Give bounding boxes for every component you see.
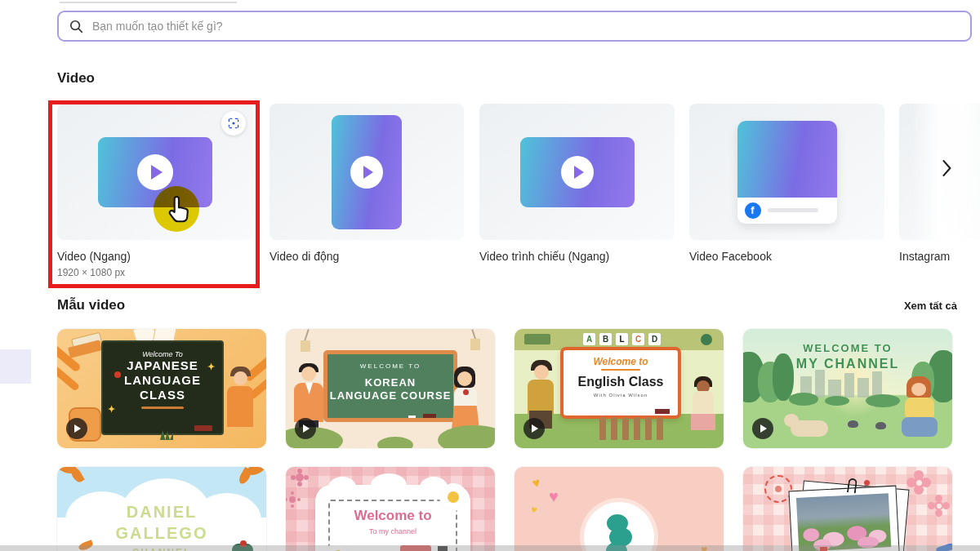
template-text: Welcome To: [142, 350, 183, 358]
see-all-link[interactable]: Xem tất cả: [904, 300, 957, 312]
student-body: [693, 391, 714, 415]
canva-create-panel: Bạn muốn tạo thiết kế gì? Video Video (N…: [0, 0, 980, 551]
bush: [377, 437, 413, 448]
template-text: JAPANESE: [127, 358, 198, 373]
search-icon: [69, 19, 84, 34]
template-text: DANIEL: [57, 503, 266, 522]
template-pink-welcome-channel[interactable]: Welcome to To my channel: [286, 467, 495, 551]
left-edge-artifact: [0, 349, 31, 384]
template-polaroid-flowers[interactable]: [743, 467, 952, 551]
template-text: MY CHANNEL: [743, 357, 952, 371]
play-icon: [137, 154, 173, 190]
carousel-next-button[interactable]: [942, 160, 952, 180]
play-icon: [561, 156, 594, 189]
girl-head: [457, 371, 472, 386]
template-pink-hearts-intro[interactable]: ♥ ♥ ♥ ♥: [514, 467, 724, 551]
teacher-head: [234, 371, 247, 385]
flower-photo: [796, 493, 891, 551]
girl-jeans: [902, 417, 938, 437]
play-icon: [752, 418, 773, 439]
teacher-body: [227, 386, 253, 427]
play-icon: [66, 418, 87, 439]
eraser: [423, 414, 436, 418]
play-icon: [295, 418, 316, 439]
template-text: Welcome to: [315, 508, 470, 524]
bush: [438, 425, 495, 448]
format-label: Video di động: [270, 250, 339, 263]
girl-bow: [463, 389, 469, 395]
flower: [296, 473, 304, 482]
template-text: LANGUAGE: [124, 373, 201, 388]
search-placeholder: Bạn muốn tạo thiết kế gì?: [92, 20, 223, 33]
format-label: Video trình chiếu (Ngang): [479, 250, 609, 263]
chevron-right-icon: [942, 160, 952, 176]
template-text: WELCOME TO: [360, 362, 421, 370]
heart-icon: ♥: [530, 504, 538, 515]
placeholder-text-line: [768, 208, 818, 212]
template-text: Welcome to: [593, 356, 648, 367]
heart-icon: ♥: [531, 476, 541, 491]
top-edge-artifact: [60, 2, 237, 3]
template-text: WELCOME TO: [743, 342, 952, 354]
whiteboard: Welcome to English Class With Olivia Wil…: [560, 347, 681, 419]
daisy-center: [448, 491, 459, 503]
play-icon: [350, 156, 383, 189]
side-board: [524, 334, 550, 344]
wreath: [701, 334, 712, 345]
template-text: CLASS: [140, 388, 185, 402]
format-card-video-trinh-chieu[interactable]: [479, 104, 675, 240]
video-section-title: Video: [57, 70, 95, 87]
student-skirt: [691, 414, 715, 430]
templates-section-title: Mẫu video: [57, 297, 125, 313]
pushpin: [114, 371, 121, 378]
teacher-head: [534, 365, 549, 380]
template-daniel-gallego[interactable]: DANIEL GALLEGO CHANNEL: [57, 467, 266, 551]
format-label: Video (Ngang): [57, 250, 131, 263]
flower: [289, 496, 296, 503]
chalkboard: Welcome To JAPANESE LANGUAGE CLASS: [101, 340, 224, 435]
format-label: Instagram: [899, 250, 950, 263]
template-text: To my channel: [315, 527, 470, 535]
letter-tile: B: [599, 333, 612, 345]
scan-button[interactable]: [221, 111, 246, 136]
format-dimensions: 1920 × 1080 px: [57, 267, 125, 278]
template-english-class[interactable]: A B L C D Welcome to English Class With …: [514, 329, 724, 448]
search-bar[interactable]: Bạn muốn tạo thiết kế gì?: [57, 11, 972, 42]
facebook-icon: f: [745, 202, 761, 219]
man-head: [301, 367, 316, 381]
format-label: Video Facebook: [689, 250, 772, 263]
chalkboard: WELCOME TO KOREAN LANGUAGE COURSE: [323, 350, 457, 422]
dog: [791, 420, 828, 437]
teacher-body: [528, 380, 554, 414]
letter-tile: D: [648, 333, 661, 345]
pushpin: [864, 480, 870, 486]
template-text: With Olivia Wilson: [594, 393, 648, 398]
scan-icon: [227, 117, 240, 130]
template-my-channel[interactable]: WELCOME TO MY CHANNEL: [743, 329, 952, 448]
letter-tile: A: [583, 333, 595, 345]
facebook-post-thumbnail: f: [737, 121, 837, 224]
video-thumbnail: [520, 137, 635, 207]
bottom-edge-overlay: [0, 545, 980, 551]
eraser: [194, 425, 212, 431]
polaroid-frame: [788, 486, 900, 551]
format-card-video-ngang[interactable]: [57, 104, 253, 240]
handle-placeholder: [141, 407, 184, 409]
template-japanese-language-class[interactable]: Welcome To JAPANESE LANGUAGE CLASS ✦ ✦: [57, 329, 266, 448]
play-icon: [523, 418, 545, 439]
template-korean-language-course[interactable]: WELCOME TO KOREAN LANGUAGE COURSE: [286, 329, 495, 448]
letter-tile: L: [616, 333, 628, 345]
video-thumbnail: [332, 115, 402, 229]
girl-face: [911, 383, 926, 396]
heart-icon: ♥: [549, 488, 559, 504]
template-text: LANGUAGE COURSE: [330, 389, 452, 402]
format-card-video-di-dong[interactable]: [270, 104, 464, 240]
letter-tile: C: [632, 333, 644, 345]
template-text: English Class: [578, 375, 664, 389]
chalk: [408, 415, 416, 418]
eraser: [655, 409, 670, 414]
format-card-video-facebook[interactable]: f: [689, 104, 884, 240]
template-text: KOREAN: [365, 376, 416, 389]
stamp: [775, 486, 782, 492]
pigeon: [875, 422, 886, 429]
